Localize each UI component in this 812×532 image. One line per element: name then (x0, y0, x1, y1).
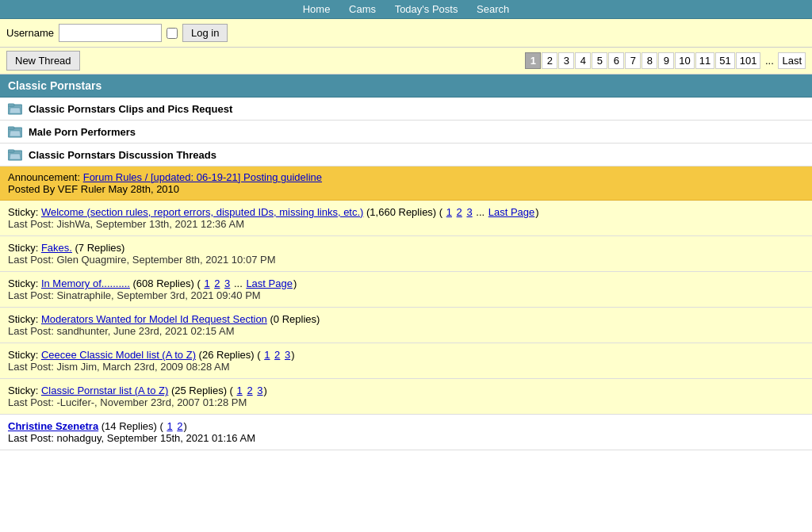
page-8[interactable]: 8 (642, 52, 657, 69)
regular-thread-last-post-1: Last Post: nohadguy, September 15th, 202… (8, 432, 804, 444)
login-button[interactable]: Log in (182, 24, 228, 42)
category-row-2: Male Porn Performers (0, 121, 812, 144)
remember-checkbox[interactable] (167, 28, 178, 39)
page-10[interactable]: 10 (675, 52, 694, 69)
top-navigation: Home Cams Today's Posts Search (0, 0, 812, 19)
thread-suffix-5: (26 Replies) ( (196, 349, 263, 361)
svg-marker-8 (10, 154, 21, 159)
thread-pages-1: 1 2 3 ... Last Page (446, 206, 536, 218)
thread-page-6-2[interactable]: 2 (247, 385, 252, 396)
thread-page-1-1[interactable]: 1 (446, 206, 452, 218)
thread-row-2: Sticky: Fakes. (7 Replies) Last Post: Gl… (0, 236, 812, 272)
regular-thread-page-1-1[interactable]: 1 (167, 420, 172, 432)
announcement-link[interactable]: Forum Rules / [updated: 06-19-21] Postin… (83, 171, 322, 183)
page-4[interactable]: 4 (575, 52, 591, 69)
svg-rect-4 (8, 127, 14, 129)
nav-cams[interactable]: Cams (349, 3, 376, 15)
thread-last-post-4: Last Post: sandhunter, June 23rd, 2021 0… (8, 325, 804, 337)
category-row-1: Classic Pornstars Clips and Pics Request (0, 98, 812, 121)
page-3[interactable]: 3 (558, 52, 574, 69)
folder-icon-1 (8, 102, 22, 115)
thread-link-2[interactable]: Fakes. (41, 242, 72, 254)
svg-marker-2 (10, 108, 21, 113)
thread-page-5-3[interactable]: 3 (285, 349, 290, 361)
category-link-3[interactable]: Classic Pornstars Discussion Threads (29, 149, 216, 161)
page-7[interactable]: 7 (625, 52, 641, 69)
thread-last-post-6: Last Post: -Lucifer-, November 23rd, 200… (8, 396, 804, 408)
folder-icon-2 (8, 125, 22, 138)
thread-page-3-2[interactable]: 2 (214, 277, 220, 289)
nav-search[interactable]: Search (477, 3, 509, 15)
thread-page-1-2[interactable]: 2 (457, 206, 462, 218)
thread-pages-3: 1 2 3 ... Last Page (203, 277, 293, 289)
folder-icon-3 (8, 148, 22, 161)
section-header: Classic Pornstars (0, 75, 812, 98)
page-2[interactable]: 2 (542, 52, 557, 69)
page-6[interactable]: 6 (608, 52, 624, 69)
thread-suffix-1: (1,660 Replies) ( (363, 206, 445, 218)
category-link-1[interactable]: Classic Pornstars Clips and Pics Request (29, 103, 232, 115)
nav-todays-posts[interactable]: Today's Posts (395, 3, 458, 15)
thread-page-1-3[interactable]: 3 (466, 206, 472, 218)
thread-page-3-1[interactable]: 1 (204, 277, 209, 289)
username-input[interactable] (59, 24, 162, 42)
page-5[interactable]: 5 (592, 52, 607, 69)
thread-link-1[interactable]: Welcome (section rules, report errors, d… (41, 206, 364, 218)
thread-suffix-6: (25 Replies) ( (168, 385, 236, 396)
announcement-prefix: Announcement: (8, 171, 83, 183)
pagination: 1 2 3 4 5 6 7 8 9 10 11 51 101 ... Last (525, 52, 806, 69)
thread-link-4[interactable]: Moderators Wanted for Model Id Request S… (41, 313, 267, 325)
sticky-prefix-3: Sticky: (8, 277, 41, 289)
thread-page-6-1[interactable]: 1 (237, 385, 243, 396)
thread-link-6[interactable]: Classic Pornstar list (A to Z) (41, 385, 168, 396)
thread-link-5[interactable]: Ceecee Classic Model list (A to Z) (41, 349, 196, 361)
thread-pages-5: 1 2 3 (263, 349, 291, 361)
thread-row-6: Sticky: Classic Pornstar list (A to Z) (… (0, 379, 812, 415)
regular-thread-suffix-1: (14 Replies) ( (98, 420, 166, 432)
thread-row-5: Sticky: Ceecee Classic Model list (A to … (0, 343, 812, 379)
pagination-dots: ... (761, 53, 777, 68)
thread-suffix-4: (0 Replies) (267, 313, 320, 325)
thread-suffix-3: (608 Replies) ( (130, 277, 203, 289)
svg-marker-5 (10, 131, 21, 136)
svg-rect-7 (8, 150, 14, 152)
thread-link-3[interactable]: In Memory of.......... (41, 277, 130, 289)
toolbar: New Thread 1 2 3 4 5 6 7 8 9 10 11 51 10… (0, 48, 812, 75)
page-101[interactable]: 101 (736, 52, 761, 69)
sticky-prefix-6: Sticky: (8, 385, 41, 396)
page-51[interactable]: 51 (715, 52, 734, 69)
page-last[interactable]: Last (778, 52, 806, 69)
nav-home[interactable]: Home (303, 3, 331, 15)
login-bar: Username Log in (0, 19, 812, 48)
page-9[interactable]: 9 (658, 52, 674, 69)
thread-row-3: Sticky: In Memory of.......... (608 Repl… (0, 272, 812, 308)
thread-last-post-2: Last Post: Glen Quagmire, September 8th,… (8, 254, 804, 266)
regular-thread-page-1-2[interactable]: 2 (177, 420, 182, 432)
thread-last-post-5: Last Post: Jism Jim, March 23rd, 2009 08… (8, 361, 804, 373)
page-1[interactable]: 1 (525, 52, 541, 69)
sticky-prefix-4: Sticky: (8, 313, 41, 325)
thread-page-5-2[interactable]: 2 (274, 349, 280, 361)
new-thread-button[interactable]: New Thread (6, 51, 80, 71)
thread-pages-6: 1 2 3 (236, 385, 264, 396)
username-label: Username (6, 27, 54, 39)
announcement-row: Announcement: Forum Rules / [updated: 06… (0, 166, 812, 201)
page-11[interactable]: 11 (695, 52, 714, 69)
regular-thread-title-1: Christine Szenetra (8, 420, 98, 432)
regular-thread-pages-1: 1 2 (166, 420, 183, 432)
thread-page-6-3[interactable]: 3 (257, 385, 262, 396)
thread-page-3-3[interactable]: 3 (224, 277, 230, 289)
thread-last-post-3: Last Post: Sinatraphile, September 3rd, … (8, 289, 804, 301)
thread-last-post-1: Last Post: JishWa, September 13th, 2021 … (8, 218, 804, 230)
sticky-prefix-5: Sticky: (8, 349, 41, 361)
thread-row-4: Sticky: Moderators Wanted for Model Id R… (0, 308, 812, 343)
thread-page-5-1[interactable]: 1 (264, 349, 270, 361)
regular-thread-link-1[interactable]: Christine Szenetra (8, 420, 98, 432)
sticky-prefix-2: Sticky: (8, 242, 41, 254)
thread-last-page-3[interactable]: Last Page (246, 277, 293, 289)
thread-last-page-1[interactable]: Last Page (488, 206, 535, 218)
sticky-prefix-1: Sticky: (8, 206, 41, 218)
category-link-2[interactable]: Male Porn Performers (29, 126, 136, 138)
svg-rect-1 (8, 104, 14, 106)
thread-suffix-2: (7 Replies) (72, 242, 124, 254)
